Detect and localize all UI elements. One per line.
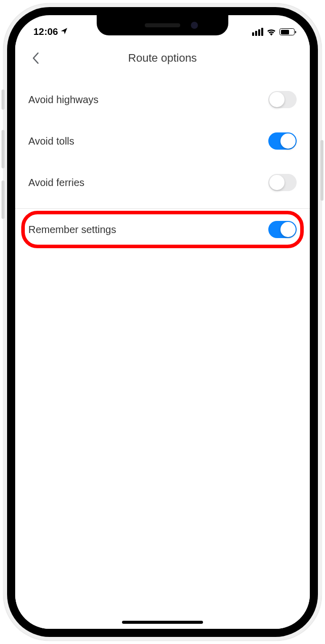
power-button <box>320 140 323 201</box>
toggle-knob <box>269 175 285 190</box>
location-services-icon <box>60 27 68 37</box>
phone-body: 12:06 <box>7 7 318 637</box>
toggle-knob <box>269 92 285 107</box>
setting-avoid-highways: Avoid highways <box>15 79 310 120</box>
screen: 12:06 <box>15 15 310 629</box>
avoid-highways-toggle[interactable] <box>268 91 297 108</box>
setting-label: Avoid ferries <box>28 177 85 189</box>
settings-list: Avoid highways Avoid tolls Avoid ferries <box>15 74 310 250</box>
volume-up-button <box>2 130 5 168</box>
setting-label: Remember settings <box>28 224 116 236</box>
toggle-knob <box>280 133 296 149</box>
volume-down-button <box>2 180 5 219</box>
avoid-ferries-toggle[interactable] <box>268 174 297 191</box>
setting-remember-settings: Remember settings <box>15 209 310 250</box>
toggle-knob <box>280 222 296 237</box>
notch <box>97 15 228 35</box>
page-title: Route options <box>128 52 197 65</box>
content-area: Route options Avoid highways Avoid tolls <box>15 42 310 629</box>
status-time: 12:06 <box>33 26 58 37</box>
mute-switch <box>2 89 5 110</box>
home-indicator[interactable] <box>122 621 203 624</box>
back-button[interactable] <box>25 48 46 68</box>
phone-frame: 12:06 <box>4 4 321 640</box>
status-left: 12:06 <box>33 26 68 37</box>
remember-settings-toggle[interactable] <box>268 221 297 238</box>
avoid-tolls-toggle[interactable] <box>268 132 297 150</box>
battery-icon <box>279 28 295 35</box>
battery-level <box>281 30 289 34</box>
page-header: Route options <box>15 42 310 74</box>
front-camera <box>191 22 198 29</box>
setting-label: Avoid tolls <box>28 135 74 147</box>
speaker-grille <box>145 23 180 27</box>
setting-avoid-tolls: Avoid tolls <box>15 120 310 162</box>
wifi-icon <box>266 28 276 36</box>
setting-label: Avoid highways <box>28 94 99 106</box>
cellular-signal-icon <box>252 28 263 36</box>
chevron-left-icon <box>32 52 39 64</box>
setting-avoid-ferries: Avoid ferries <box>15 162 310 203</box>
status-right <box>252 28 295 36</box>
